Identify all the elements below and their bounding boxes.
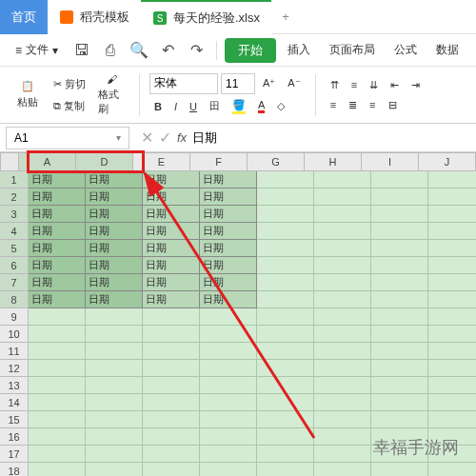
undo-button[interactable]: ↶	[155, 38, 180, 63]
cell[interactable]	[428, 291, 476, 308]
cell[interactable]	[200, 446, 257, 463]
cell[interactable]	[29, 308, 86, 326]
cell[interactable]	[371, 394, 428, 411]
cell[interactable]	[371, 171, 428, 188]
cell[interactable]	[257, 394, 314, 411]
align-center-button[interactable]: ≣	[344, 96, 362, 114]
redo-button[interactable]: ↷	[184, 38, 208, 63]
row-header-3[interactable]: 3	[0, 206, 29, 223]
cell[interactable]	[257, 463, 314, 476]
tab-home[interactable]: 首页	[0, 0, 48, 34]
cell[interactable]	[86, 343, 143, 360]
cell[interactable]: 日期	[29, 240, 86, 257]
cell[interactable]	[86, 411, 143, 428]
cell[interactable]: 日期	[29, 206, 86, 223]
cell[interactable]	[257, 206, 314, 223]
cell[interactable]	[86, 360, 143, 377]
cell[interactable]	[200, 377, 257, 394]
name-box[interactable]: A1 ▾	[6, 127, 129, 149]
cell[interactable]: 日期	[86, 223, 143, 240]
cell[interactable]	[314, 206, 371, 223]
cell[interactable]	[86, 428, 143, 446]
cell[interactable]	[200, 394, 257, 411]
paste-button[interactable]: 📋 粘贴	[10, 69, 46, 121]
cell[interactable]	[29, 394, 86, 411]
cell[interactable]	[428, 411, 476, 428]
cell[interactable]: 日期	[86, 257, 143, 274]
italic-button[interactable]: I	[169, 98, 182, 115]
border-button[interactable]: 田	[205, 96, 225, 116]
cell[interactable]	[314, 377, 371, 394]
cell[interactable]: 日期	[143, 291, 200, 308]
cell[interactable]	[29, 326, 86, 343]
cell[interactable]	[314, 171, 371, 188]
cell[interactable]	[371, 206, 428, 223]
cell[interactable]	[257, 360, 314, 377]
cell[interactable]: 日期	[143, 206, 200, 223]
cell[interactable]	[371, 223, 428, 240]
cell[interactable]	[200, 411, 257, 428]
cell[interactable]	[143, 446, 200, 463]
preview-button[interactable]: 🔍	[127, 38, 151, 63]
column-header-I[interactable]: I	[362, 152, 419, 171]
cell[interactable]	[428, 463, 476, 476]
cell[interactable]	[257, 377, 314, 394]
cell[interactable]	[428, 377, 476, 394]
align-middle-button[interactable]: ≡	[347, 76, 362, 93]
row-header-14[interactable]: 14	[0, 394, 29, 411]
cell[interactable]	[428, 308, 476, 326]
cell[interactable]	[86, 463, 143, 476]
fx-confirm-icon[interactable]: ✓	[159, 129, 171, 147]
column-header-F[interactable]: F	[190, 152, 248, 171]
underline-button[interactable]: U	[185, 98, 202, 115]
cell[interactable]	[29, 411, 86, 428]
cell[interactable]	[29, 446, 86, 463]
cell[interactable]	[314, 428, 371, 446]
select-all-corner[interactable]	[0, 152, 19, 171]
cell[interactable]	[428, 326, 476, 343]
indent-right-button[interactable]: ⇥	[407, 76, 425, 94]
column-header-A[interactable]: A	[19, 152, 76, 171]
cell[interactable]: 日期	[200, 257, 257, 274]
cell[interactable]: 日期	[86, 274, 143, 291]
row-header-18[interactable]: 18	[0, 463, 29, 476]
cells-area[interactable]: 日期日期日期日期日期日期日期日期日期日期日期日期日期日期日期日期日期日期日期日期…	[29, 171, 476, 476]
copy-button[interactable]: ⧉ 复制	[49, 96, 90, 116]
column-header-E[interactable]: E	[133, 152, 190, 171]
decrease-font-button[interactable]: A⁻	[283, 74, 305, 92]
column-header-J[interactable]: J	[419, 152, 476, 171]
cell[interactable]	[314, 463, 371, 476]
cell[interactable]: 日期	[143, 188, 200, 206]
cell[interactable]	[371, 411, 428, 428]
cell[interactable]: 日期	[143, 171, 200, 188]
cell[interactable]	[257, 291, 314, 308]
cell[interactable]	[428, 171, 476, 188]
cell[interactable]: 日期	[143, 223, 200, 240]
cell[interactable]	[428, 257, 476, 274]
cell[interactable]	[143, 308, 200, 326]
cell[interactable]	[86, 308, 143, 326]
cell[interactable]: 日期	[200, 188, 257, 206]
cell[interactable]	[314, 308, 371, 326]
cell[interactable]: 日期	[29, 291, 86, 308]
font-size-select[interactable]	[221, 73, 255, 94]
cell[interactable]	[257, 274, 314, 291]
cell[interactable]	[257, 308, 314, 326]
cell[interactable]	[200, 463, 257, 476]
cell[interactable]: 日期	[29, 171, 86, 188]
cell[interactable]	[371, 240, 428, 257]
new-tab-button[interactable]: +	[271, 0, 300, 34]
cell[interactable]	[428, 360, 476, 377]
cell[interactable]	[371, 463, 428, 476]
cell[interactable]	[257, 188, 314, 206]
cell[interactable]	[371, 188, 428, 206]
cell[interactable]: 日期	[143, 274, 200, 291]
cell[interactable]	[257, 240, 314, 257]
cell[interactable]	[428, 240, 476, 257]
cell[interactable]	[314, 257, 371, 274]
cell[interactable]	[428, 394, 476, 411]
cell[interactable]	[371, 274, 428, 291]
cell[interactable]	[314, 394, 371, 411]
cell[interactable]	[428, 206, 476, 223]
row-header-1[interactable]: 1	[0, 171, 29, 188]
